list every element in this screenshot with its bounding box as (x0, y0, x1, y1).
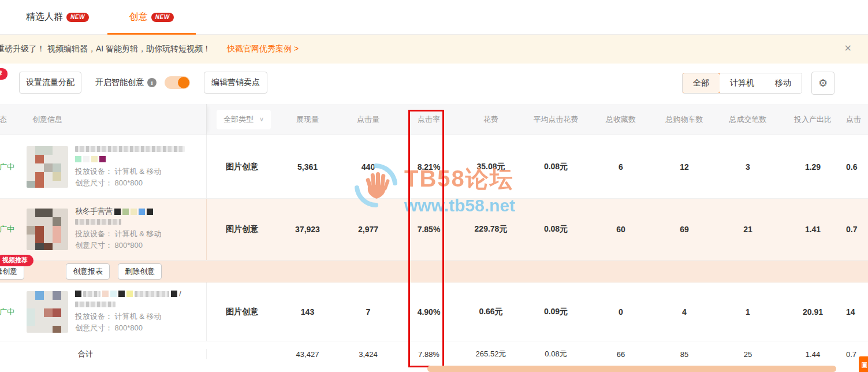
clipped-value: 0.7 (846, 225, 868, 234)
gear-icon[interactable]: ⚙ (811, 72, 835, 95)
impressions-value: 5,361 (277, 162, 338, 172)
tab-label: 精选人群 (26, 11, 63, 23)
totals-ctr: 7.88% (398, 350, 459, 359)
totals-clicks: 3,424 (338, 350, 398, 359)
redacted-title (135, 291, 169, 297)
device-info: 投放设备： 计算机 & 移动 (75, 311, 181, 322)
clipped-value: 0.6 (846, 162, 868, 172)
totals-label: 合计 (0, 349, 207, 359)
header-clipped: 点击 (846, 114, 868, 125)
header-roi: 投入产出比 (780, 114, 846, 125)
promo-banner: 重磅升级了！ 视频编辑器，AI 智能剪辑，助你玩转短视频！ 快戳官网优秀案例 >… (0, 35, 868, 64)
creative-thumbnail[interactable] (27, 291, 68, 333)
edit-selling-point-button[interactable]: 编辑营销卖点 (204, 72, 267, 94)
table-row[interactable]: 推广中 / (0, 282, 868, 341)
color-swatch (126, 291, 133, 297)
carts-value: 12 (653, 162, 716, 172)
totals-impressions: 43,427 (277, 350, 338, 359)
table-header-left: 状态 创意信息 (0, 104, 207, 135)
totals-row: 合计 43,427 3,424 7.88% 265.52元 0.08元 66 8… (0, 341, 868, 367)
creative-type: 图片创意 (207, 224, 277, 235)
video-recommend-badge: 视频推荐 (0, 255, 33, 266)
redacted-title (75, 146, 185, 152)
creative-report-button[interactable]: 创意报表 (66, 263, 110, 280)
device-filter: 全部 计算机 移动 (682, 73, 802, 94)
recommend-badge: 荐 (0, 68, 8, 80)
row-left: 推广中 投放设备： 计算机 & 移动 创意尺寸： 800*800 (0, 135, 207, 198)
header-creative: 创意信息 (20, 114, 206, 125)
roi-value: 1.29 (780, 162, 846, 172)
color-swatch (122, 209, 129, 215)
device-filter-pc[interactable]: 计算机 (720, 73, 765, 93)
color-swatch (131, 209, 137, 215)
carts-value: 69 (653, 225, 716, 234)
creative-management-page: 精选人群 NEW 创意 NEW 重磅升级了！ 视频编辑器，AI 智能剪辑，助你玩… (0, 0, 868, 372)
tab-selected-audience[interactable]: 精选人群 NEW (26, 0, 89, 35)
color-swatch (118, 291, 125, 297)
totals-deals: 25 (716, 350, 780, 359)
creative-type: 图片创意 (207, 307, 277, 317)
color-swatch (110, 291, 117, 297)
header-favorites: 总收藏数 (589, 114, 653, 125)
traffic-allocation-button[interactable]: 设置流量分配 (19, 72, 81, 94)
color-swatch (147, 209, 153, 215)
info-icon[interactable]: i (147, 78, 157, 87)
favorites-value: 6 (589, 162, 653, 172)
smart-creative-label: 开启智能创意 (95, 77, 144, 88)
color-swatch (102, 291, 109, 297)
header-cost: 花费 (459, 114, 523, 125)
deals-value: 21 (716, 225, 780, 234)
type-filter-label: 全部类型 (223, 114, 254, 125)
color-swatch (83, 156, 90, 162)
device-filter-all[interactable]: 全部 (682, 73, 720, 94)
device-info: 投放设备： 计算机 & 移动 (75, 228, 162, 240)
creative-thumbnail[interactable] (27, 146, 68, 188)
avg-cost-value: 0.08元 (523, 162, 589, 172)
creative-thumbnail[interactable] (27, 209, 68, 250)
cost-value: 35.08元 (459, 162, 523, 172)
close-icon[interactable]: ✕ (844, 43, 852, 54)
header-deals: 总成交笔数 (716, 114, 780, 125)
status-badge: 推广中 (0, 162, 20, 172)
title-suffix: / (179, 288, 181, 300)
tab-creative[interactable]: 创意 NEW (129, 0, 174, 35)
horizontal-scrollbar[interactable] (427, 366, 836, 372)
clicks-value: 7 (338, 307, 398, 317)
type-filter-dropdown[interactable]: 全部类型 ∨ (207, 110, 277, 129)
row-left: 推广中 / (0, 282, 207, 341)
ctr-value: 7.85% (398, 225, 459, 234)
totals-carts: 85 (653, 350, 716, 359)
smart-creative-toggle[interactable] (165, 76, 190, 89)
totals-favorites: 66 (589, 350, 653, 359)
table-row[interactable]: 推广中 秋冬手营营 投放设备： 计算机 & 移动 (0, 199, 868, 261)
table-row[interactable]: 推广中 投放设备： 计算机 & 移动 创意尺寸： 800*800 (0, 135, 868, 199)
deals-value: 3 (716, 162, 780, 172)
new-badge: NEW (151, 13, 174, 22)
totals-avg-cost: 0.08元 (523, 349, 589, 359)
creative-cell: 投放设备： 计算机 & 移动 创意尺寸： 800*800 (20, 145, 206, 189)
carts-value: 4 (653, 307, 716, 317)
header-ctr: 点击率 (398, 114, 459, 125)
ctr-value: 4.90% (398, 307, 459, 317)
delete-creative-button[interactable]: 删除创意 (118, 263, 162, 280)
redacted-subtitle (75, 219, 121, 225)
device-filter-mobile[interactable]: 移动 (765, 73, 802, 93)
feedback-corner-button[interactable]: ▣ (859, 356, 868, 372)
toolbar-left: 设置流量分配 开启智能创意 i 编辑营销卖点 (19, 72, 267, 94)
clicks-value: 440 (338, 162, 398, 172)
header-impressions: 展现量 (277, 114, 338, 125)
totals-cost: 265.52元 (459, 349, 523, 359)
totals-roi: 1.44 (780, 350, 846, 359)
banner-link[interactable]: 快戳官网优秀案例 > (227, 44, 299, 54)
color-swatch (99, 156, 106, 162)
color-swatch (91, 156, 98, 162)
cost-value: 0.66元 (459, 307, 523, 317)
banner-text: 重磅升级了！ 视频编辑器，AI 智能剪辑，助你玩转短视频！ (0, 44, 211, 54)
toolbar-right: 全部 计算机 移动 ⚙ (682, 72, 835, 95)
clipped-value: 14 (846, 307, 868, 317)
color-swatch (75, 291, 81, 297)
header-carts: 总购物车数 (653, 114, 716, 125)
avg-cost-value: 0.09元 (523, 307, 589, 317)
status-badge: 推广中 (0, 224, 20, 235)
header-status: 状态 (0, 114, 20, 125)
